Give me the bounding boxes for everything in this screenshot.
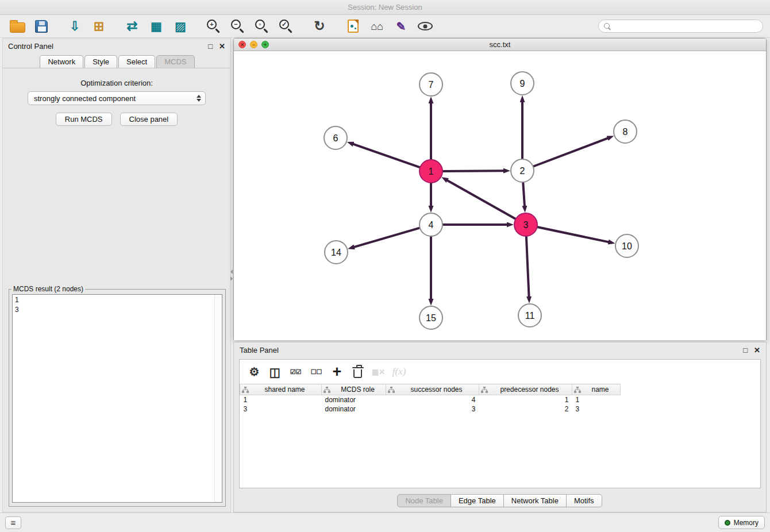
memory-status-icon — [725, 520, 730, 526]
close-table-panel-icon[interactable]: ✕ — [754, 346, 760, 354]
node-4[interactable]: 4 — [419, 213, 442, 236]
column-tree-icon — [324, 387, 330, 393]
table-row[interactable]: 3dominator323 — [240, 404, 621, 414]
new-network-file-icon[interactable] — [342, 17, 363, 36]
svg-text:3: 3 — [523, 220, 529, 230]
zoom-out-icon[interactable]: − — [228, 17, 248, 36]
edge-3-1[interactable] — [447, 180, 515, 219]
column-header-label: predecessor nodes — [500, 385, 559, 394]
node-14[interactable]: 14 — [325, 241, 348, 264]
edge-4-14[interactable] — [354, 228, 419, 247]
column-header-shared-name[interactable]: shared name — [240, 384, 322, 395]
refresh-icon[interactable]: ↻ — [309, 17, 330, 36]
memory-button[interactable]: Memory — [718, 516, 765, 529]
deselect-all-rows-icon[interactable]: ☐☐ — [307, 363, 325, 381]
zoom-selected-icon[interactable]: ✓ — [276, 17, 297, 36]
node-8[interactable]: 8 — [614, 120, 637, 143]
svg-text:1: 1 — [429, 167, 434, 176]
export-table-icon[interactable]: ▦ — [146, 17, 167, 36]
edge-1-6[interactable] — [353, 144, 419, 168]
column-tree-icon — [388, 387, 395, 393]
svg-text:4: 4 — [429, 220, 434, 230]
network-window-titlebar: ✕−+ scc.txt — [234, 38, 766, 51]
select-all-rows-icon[interactable]: ☑☑ — [287, 363, 305, 381]
table-row[interactable]: 1dominator411 — [240, 395, 621, 404]
add-row-icon[interactable]: + — [328, 363, 346, 381]
optimization-dropdown[interactable]: strongly connected component — [28, 91, 206, 105]
svg-text:6: 6 — [333, 133, 338, 143]
node-15[interactable]: 15 — [419, 306, 442, 329]
close-panel-icon[interactable]: ✕ — [219, 43, 225, 50]
search-box[interactable] — [598, 20, 763, 33]
export-image-icon[interactable]: ▨ — [170, 17, 191, 36]
delete-row-icon[interactable] — [349, 363, 367, 381]
control-panel-tabs: NetworkStyleSelectMCDS — [3, 53, 230, 68]
edge-3-11[interactable] — [526, 237, 529, 297]
main-toolbar: ⇩⊞⇄▦▨+−▫✓↻⌂⌂✎ — [0, 15, 770, 38]
show-hide-icon[interactable] — [415, 17, 436, 36]
float-panel-icon[interactable]: □ — [208, 43, 213, 50]
svg-text:15: 15 — [426, 313, 436, 323]
import-network-icon[interactable]: ⇩ — [64, 17, 85, 36]
float-table-panel-icon[interactable]: □ — [743, 346, 748, 354]
edge-2-8[interactable] — [534, 138, 609, 166]
table-cell: dominator — [322, 404, 386, 414]
table-cell: dominator — [322, 395, 386, 404]
show-columns-icon[interactable]: ◫ — [266, 363, 284, 381]
task-list-button[interactable]: ≡ — [5, 516, 21, 529]
result-scrollbar[interactable] — [214, 295, 222, 502]
svg-text:2: 2 — [520, 166, 525, 176]
mcds-result-box[interactable]: 13 — [12, 294, 222, 503]
import-table-icon[interactable]: ⊞ — [88, 17, 109, 36]
column-header-predecessor-nodes[interactable]: predecessor nodes — [479, 384, 572, 395]
apply-layout-icon[interactable]: ⇄ — [122, 17, 143, 36]
edge-2-3[interactable] — [523, 183, 525, 206]
svg-text:10: 10 — [622, 241, 632, 251]
style-brush-icon[interactable]: ✎ — [391, 17, 411, 36]
zoom-fit-icon[interactable]: ▫ — [252, 17, 272, 36]
first-neighbors-icon[interactable]: ⌂⌂ — [367, 17, 387, 36]
tab-select[interactable]: Select — [118, 55, 155, 68]
column-header-name[interactable]: name — [572, 384, 621, 395]
node-10[interactable]: 10 — [615, 234, 638, 257]
edge-3-10[interactable] — [538, 227, 609, 242]
tab-network[interactable]: Network — [40, 55, 83, 68]
column-header-label: name — [591, 385, 609, 394]
column-header-successor-nodes[interactable]: successor nodes — [386, 384, 479, 395]
tab-mcds[interactable]: MCDS — [156, 55, 194, 68]
node-11[interactable]: 11 — [518, 304, 541, 327]
zoom-window-icon[interactable]: + — [261, 41, 269, 48]
mcds-result-fieldset: MCDS result (2 nodes) 13 — [9, 285, 226, 507]
network-canvas[interactable]: 7968124314101511 — [234, 51, 766, 340]
tab-style[interactable]: Style — [84, 55, 117, 68]
tab-edge-table[interactable]: Edge Table — [451, 494, 504, 507]
tab-motifs[interactable]: Motifs — [566, 494, 602, 507]
zoom-in-icon[interactable]: + — [203, 17, 224, 36]
node-1[interactable]: 1 — [419, 160, 442, 183]
open-session-icon[interactable] — [7, 17, 28, 36]
column-header-MCDS-role[interactable]: MCDS role — [322, 384, 386, 395]
edge-1-2[interactable] — [443, 171, 504, 171]
table-tabs: Node TableEdge TableNetwork TableMotifs — [234, 494, 766, 507]
network-svg[interactable]: 7968124314101511 — [234, 51, 766, 340]
search-input[interactable] — [614, 22, 757, 30]
run-mcds-button[interactable]: Run MCDS — [56, 113, 112, 126]
close-window-icon[interactable]: ✕ — [238, 41, 246, 48]
network-window-title: scc.txt — [490, 40, 511, 49]
close-panel-button[interactable]: Close panel — [120, 113, 178, 126]
table-cell: 2 — [479, 404, 572, 414]
table-panel-body: ⚙◫☑☑☐☐+▦✕f(x) shared nameMCDS rolesucces… — [239, 359, 761, 488]
node-3[interactable]: 3 — [514, 213, 537, 236]
control-panel-title: Control Panel — [8, 42, 53, 51]
node-6[interactable]: 6 — [324, 126, 347, 149]
tab-network-table[interactable]: Network Table — [503, 494, 567, 507]
node-9[interactable]: 9 — [511, 72, 534, 95]
save-session-icon[interactable] — [31, 17, 52, 36]
node-7[interactable]: 7 — [419, 73, 442, 96]
toolbar-icons: ⇩⊞⇄▦▨+−▫✓↻⌂⌂✎ — [7, 17, 439, 36]
tab-node-table[interactable]: Node Table — [397, 494, 451, 507]
minimize-window-icon[interactable]: − — [250, 41, 257, 48]
table-panel: Table Panel □ ✕ ⚙◫☑☑☐☐+▦✕f(x) shared nam… — [233, 342, 767, 512]
table-settings-icon[interactable]: ⚙ — [245, 363, 263, 381]
node-2[interactable]: 2 — [511, 159, 534, 182]
